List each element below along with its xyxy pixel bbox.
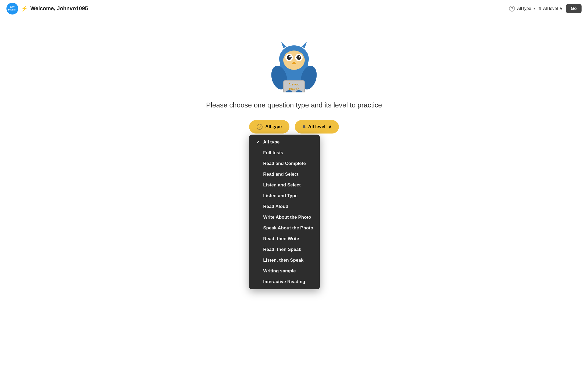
svg-point-10 — [299, 56, 300, 57]
svg-point-4 — [283, 51, 305, 70]
header-type-selector[interactable]: ? All type ▾ — [509, 6, 535, 12]
dropdown-item-1[interactable]: Full tests — [249, 147, 320, 158]
header-controls: ? All type ▾ ⇅ All level ∨ Go — [509, 4, 582, 13]
dropdown-item-9[interactable]: Read, then Write — [249, 233, 320, 244]
svg-text:ready?: ready? — [289, 87, 299, 90]
dropdown-item-label-5: Listen and Type — [263, 193, 297, 199]
type-dropdown-menu: ✓All typeFull testsRead and CompleteRead… — [249, 135, 320, 289]
dropdown-item-2[interactable]: Read and Complete — [249, 158, 320, 169]
header: DET Practice ⚡ Welcome, Johnvo1095 ? All… — [0, 0, 588, 17]
owl-mascot: Are you ready? — [270, 39, 318, 92]
type-button-label: All type — [265, 124, 282, 129]
dropdown-item-3[interactable]: Read and Select — [249, 169, 320, 180]
dropdown-item-8[interactable]: Speak About the Photo — [249, 223, 320, 233]
main-content: Are you ready? Please choose one questio… — [0, 17, 588, 382]
svg-marker-3 — [302, 41, 307, 48]
dropdown-item-label-2: Read and Complete — [263, 161, 306, 166]
dropdown-item-4[interactable]: Listen and Select — [249, 180, 320, 190]
go-button[interactable]: Go — [566, 4, 582, 13]
header-type-chevron-icon: ▾ — [533, 7, 535, 10]
dropdown-check-icon-0: ✓ — [256, 140, 260, 145]
dropdown-item-10[interactable]: Read, then Speak — [249, 244, 320, 255]
type-select-button[interactable]: ? All type ✓All typeFull testsRead and C… — [249, 120, 289, 134]
svg-text:Are you: Are you — [289, 83, 300, 86]
dropdown-item-label-3: Read and Select — [263, 172, 298, 177]
level-select-button[interactable]: ⇅ All level ∨ — [295, 120, 339, 134]
level-button-chevron-icon: ∨ — [328, 124, 331, 130]
instruction-text: Please choose one question type and its … — [206, 101, 382, 109]
dropdown-item-label-4: Listen and Select — [263, 182, 301, 188]
header-level-label: All level — [543, 6, 558, 11]
dropdown-item-label-12: Writing sample — [263, 268, 296, 274]
logo-text: DET Practice — [6, 6, 18, 11]
dropdown-item-label-10: Read, then Speak — [263, 247, 301, 252]
svg-marker-2 — [281, 41, 286, 48]
dropdown-item-11[interactable]: Listen, then Speak — [249, 255, 320, 266]
level-button-sort-icon: ⇅ — [302, 125, 306, 129]
type-button-help-icon: ? — [257, 124, 263, 130]
dropdown-item-label-7: Write About the Photo — [263, 215, 311, 220]
dropdown-item-0[interactable]: ✓All type — [249, 137, 320, 147]
svg-point-8 — [296, 55, 301, 60]
dropdown-item-label-1: Full tests — [263, 150, 283, 156]
header-level-selector[interactable]: ⇅ All level ∨ — [538, 6, 563, 11]
welcome-text: Welcome, Johnvo1095 — [30, 5, 509, 12]
button-row: ? All type ✓All typeFull testsRead and C… — [249, 120, 339, 134]
dropdown-item-label-9: Read, then Write — [263, 236, 299, 242]
dropdown-item-label-11: Listen, then Speak — [263, 258, 303, 263]
dropdown-item-6[interactable]: Read Aloud — [249, 201, 320, 212]
dropdown-item-label-0: All type — [263, 139, 279, 145]
header-type-label: All type — [517, 6, 531, 11]
svg-point-7 — [287, 55, 292, 60]
dropdown-item-13[interactable]: Interactive Reading — [249, 276, 320, 287]
dropdown-item-12[interactable]: Writing sample — [249, 266, 320, 276]
dropdown-item-label-13: Interactive Reading — [263, 279, 305, 284]
dropdown-item-7[interactable]: Write About the Photo — [249, 212, 320, 223]
dropdown-item-label-6: Read Aloud — [263, 204, 288, 209]
dropdown-item-5[interactable]: Listen and Type — [249, 190, 320, 201]
header-level-chevron-icon: ∨ — [560, 6, 563, 11]
level-button-label: All level — [308, 124, 325, 129]
header-help-icon: ? — [509, 6, 515, 12]
lightning-icon: ⚡ — [21, 5, 28, 12]
header-sort-icon: ⇅ — [538, 6, 542, 11]
svg-point-9 — [289, 56, 291, 57]
logo: DET Practice — [6, 3, 18, 15]
dropdown-item-label-8: Speak About the Photo — [263, 225, 313, 231]
